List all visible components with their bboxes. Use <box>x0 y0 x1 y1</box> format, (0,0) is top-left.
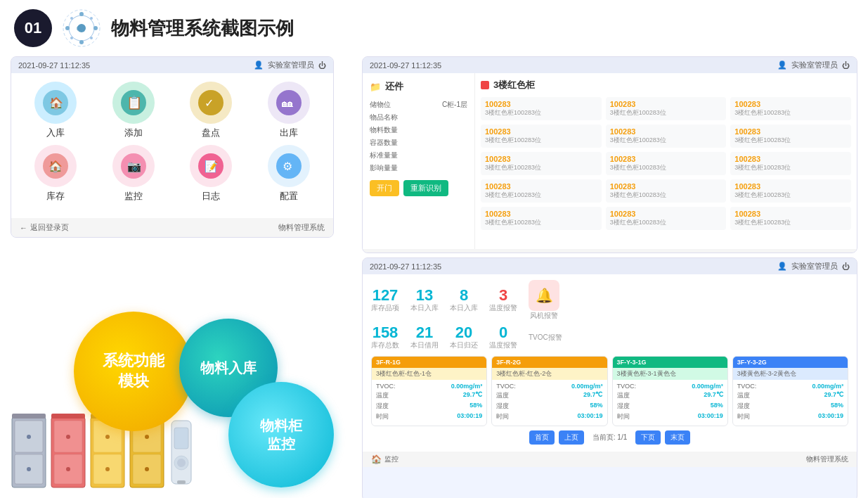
slot-item[interactable]: 1002833楼红色柜100283位 <box>481 179 602 203</box>
purifier-device-icon <box>168 414 195 491</box>
ui-datetime: 2021-09-27 11:12:35 <box>18 61 90 70</box>
stat-fan-alarm: 🔔 风机报警 <box>529 280 559 321</box>
monitor-card-1[interactable]: 3F-R-1G 3楼红色柜-红色-1仓 TVOC:0.00mg/m³ 温度29.… <box>371 356 487 426</box>
cabinet-gray-icon <box>11 414 47 491</box>
stat-today-return: 20 本日归还 <box>450 325 478 350</box>
svg-rect-52 <box>174 428 188 449</box>
info-row-impact: 影响量量 <box>370 163 467 173</box>
open-door-button[interactable]: 开门 <box>370 180 399 196</box>
first-page-button[interactable]: 首页 <box>529 430 555 445</box>
cabinet-ui-body: 📁 还件 储物位C柜-1层 物品名称 物料数量 容器数量 <box>363 73 857 249</box>
dashboard-datetime: 2021-09-27 11:12:35 <box>370 262 441 271</box>
svg-rect-42 <box>105 435 110 439</box>
stat-temp-alarm: 3 温度报警 <box>489 288 517 313</box>
slot-item[interactable]: 1002833楼红色柜100283位 <box>730 207 851 230</box>
monitor-body-3: TVOC:0.00mg/m³ 温度29.7℃ 湿度58% 时间03:00:19 <box>613 380 727 426</box>
svg-point-7 <box>90 37 93 39</box>
slot-item[interactable]: 1002833楼红色柜100283位 <box>730 179 851 203</box>
right-panel: 2021-09-27 11:12:35 👤 实验室管理员 ⏻ 📁 还件 储物位C… <box>362 56 857 498</box>
monitor-card-3[interactable]: 3F-Y-3-1G 3楼黄色柜-3-1黄色仓 TVOC:0.00mg/m³ 温度… <box>612 356 728 426</box>
svg-text:⚙: ⚙ <box>283 160 292 172</box>
system-ui-card: 2021-09-27 11:12:35 👤 实验室管理员 ⏻ 🏠 入库 <box>11 56 334 238</box>
cabinet-info-panel: 📁 还件 储物位C柜-1层 物品名称 物料数量 容器数量 <box>363 73 475 249</box>
stat-today-borrow: 21 本日借用 <box>410 325 439 350</box>
svg-point-5 <box>65 26 70 30</box>
menu-item-chuku[interactable]: 🏘 出库 <box>253 82 325 139</box>
svg-rect-31 <box>27 467 31 471</box>
menu-label-ruku: 入库 <box>46 127 65 139</box>
menu-item-rizhi[interactable]: 📝 日志 <box>175 145 247 203</box>
ui-footer: ← 返回登录页 物料管理系统 <box>11 218 333 237</box>
slot-item[interactable]: 1002833楼红色柜100283位 <box>730 97 851 120</box>
stat-kucun-pin: 127 库存品项 <box>371 288 399 313</box>
dashboard-nav-label: 监控 <box>384 454 399 464</box>
svg-rect-55 <box>177 480 186 484</box>
ui-body: 🏠 入库 📋 添加 ✓ 盘点 <box>11 73 333 218</box>
bubble-cabinet-monitor: 物料柜 监控 <box>228 382 334 487</box>
refresh-button[interactable]: 重新识别 <box>403 180 448 196</box>
monitor-card-4[interactable]: 3F-Y-3-2G 3楼黄色柜-3-2黄色仓 TVOC:0.00mg/m³ 温度… <box>732 356 848 426</box>
page-header: 01 ⚙ 物料管理系统截图示例 <box>0 0 868 56</box>
info-row-storage: 储物位C柜-1层 <box>370 100 467 110</box>
slot-item[interactable]: 1002833楼红色柜100283位 <box>606 124 727 148</box>
menu-item-pandian[interactable]: ✓ 盘点 <box>175 82 247 139</box>
slot-item[interactable]: 1002833楼红色柜100283位 <box>481 124 602 148</box>
action-buttons: 开门 重新识别 <box>370 180 467 196</box>
slot-item[interactable]: 1002833楼红色柜100283位 <box>606 152 727 175</box>
svg-text:🏘: 🏘 <box>282 97 293 109</box>
monitor-subtitle-3: 3楼黄色柜-3-1黄色仓 <box>617 370 676 377</box>
ui-card-header: 2021-09-27 11:12:35 👤 实验室管理员 ⏻ <box>11 57 333 73</box>
stat-total-stock: 158 库存总数 <box>371 325 399 350</box>
svg-point-2 <box>79 12 84 16</box>
menu-item-ruku[interactable]: 🏠 入库 <box>20 82 92 139</box>
cabinet-red-icon <box>50 414 86 491</box>
cabinet-ui-footer: 🏠 入库 物料管理系统 <box>363 249 857 253</box>
menu-item-jiankong[interactable]: 📷 监控 <box>98 145 170 203</box>
bubbles-area: 系统功能 模块 物料入库 物料柜 监控 <box>11 298 355 494</box>
back-button[interactable]: ← 返回登录页 <box>20 222 69 233</box>
next-page-button[interactable]: 下页 <box>635 430 661 445</box>
slot-item[interactable]: 1002833楼红色柜100283位 <box>606 179 727 203</box>
menu-label-rizhi: 日志 <box>202 190 220 203</box>
menu-label-peizhi: 配置 <box>280 190 298 203</box>
menu-item-peizhi[interactable]: ⚙ 配置 <box>253 145 325 203</box>
red-indicator-icon <box>481 81 489 89</box>
svg-point-6 <box>90 17 93 20</box>
slot-item[interactable]: 1002833楼红色柜100283位 <box>606 207 727 230</box>
svg-text:✓: ✓ <box>205 97 214 109</box>
bubble-system-function: 系统功能 模块 <box>74 312 193 431</box>
dashboard-stats-area: 127 库存品项 13 本日入库 8 本日入库 3 温度报警 <box>363 274 857 452</box>
menu-label-chuku: 出库 <box>280 127 298 139</box>
dashboard-user: 实验室管理员 <box>791 261 838 272</box>
alert-icon: 🔔 <box>529 280 559 311</box>
slot-item[interactable]: 1002833楼红色柜100283位 <box>481 152 602 175</box>
menu-item-kucun[interactable]: 🏠 库存 <box>20 145 92 203</box>
page-info: 当前页: 1/1 <box>588 430 631 445</box>
monitor-body-2: TVOC:0.00mg/m³ 温度29.7℃ 湿度58% 时间03:00:19 <box>492 380 607 426</box>
page-title: 物料管理系统截图示例 <box>111 16 294 41</box>
svg-point-3 <box>93 26 98 30</box>
monitor-body-4: TVOC:0.00mg/m³ 温度29.7℃ 湿度58% 时间03:00:19 <box>733 380 848 426</box>
slot-item[interactable]: 1002833楼红色柜100283位 <box>481 207 602 230</box>
slot-item[interactable]: 1002833楼红色柜100283位 <box>606 97 727 120</box>
cabinet-ui-user: 实验室管理员 <box>791 60 838 70</box>
slot-item[interactable]: 1002833楼红色柜100283位 <box>730 124 851 148</box>
monitor-subtitle-4: 3楼黄色柜-3-2黄色仓 <box>737 370 796 377</box>
slot-item[interactable]: 1002833楼红色柜100283位 <box>481 97 602 120</box>
svg-rect-37 <box>66 467 70 471</box>
stat-tvoc-alarm: TVOC报警 <box>529 333 562 343</box>
svg-text:📷: 📷 <box>127 160 141 173</box>
cabinet-slots-panel: 3楼红色柜 1002833楼红色柜100283位 1002833楼红色柜1002… <box>475 73 857 249</box>
svg-text:⚙: ⚙ <box>76 25 82 32</box>
prev-page-button[interactable]: 上页 <box>559 430 584 445</box>
cabinet-ui-datetime: 2021-09-27 11:12:35 <box>370 61 441 70</box>
stat-today-in: 13 本日入库 <box>410 288 439 313</box>
menu-label-tianjia: 添加 <box>124 127 143 139</box>
stat-humidity-alarm: 0 温度报警 <box>489 325 517 350</box>
badge-number: 01 <box>14 9 52 47</box>
last-page-button[interactable]: 末页 <box>665 430 690 445</box>
monitor-card-2[interactable]: 3F-R-2G 3楼红色柜-红色-2仓 TVOC:0.00mg/m³ 温度29.… <box>491 356 607 426</box>
cabinets-area <box>11 414 195 491</box>
slot-item[interactable]: 1002833楼红色柜100283位 <box>730 152 851 175</box>
menu-item-tianjia[interactable]: 📋 添加 <box>98 82 170 139</box>
